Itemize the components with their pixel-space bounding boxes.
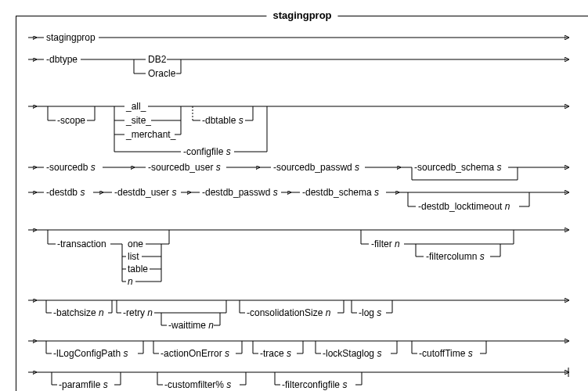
row-transaction-filter: -transaction one list table n -filter n … bbox=[28, 230, 568, 287]
flag-filtercolumn: -filtercolumn s bbox=[426, 251, 485, 262]
flag-destdb: -destdb s bbox=[46, 187, 85, 198]
flag-batchsize: -batchsize n bbox=[53, 307, 104, 318]
flag-destdb-user: -destdb_user s bbox=[114, 187, 176, 198]
railroad-svg: text { font-family: Arial, sans-serif; f… bbox=[24, 28, 572, 391]
opt-merchant: _merchant_ bbox=[125, 129, 176, 140]
flag-dbtype: -dbtype bbox=[46, 54, 78, 65]
flag-sourcedb-passwd: -sourcedb_passwd s bbox=[273, 162, 359, 173]
flag-llogconfigpath: -lLogConfigPath s bbox=[53, 348, 128, 359]
row-destdb: -destdb s -destdb_user s -destdb_passwd … bbox=[28, 187, 568, 212]
flag-filter: -filter n bbox=[371, 239, 400, 249]
row-dbtype: -dbtype DB2 Oracle bbox=[28, 54, 568, 79]
flag-destdb-passwd: -destdb_passwd s bbox=[202, 187, 278, 198]
row-scope: -scope _all_ _site_ _merchant_ -dbtable … bbox=[28, 101, 568, 157]
flag-scope: -scope bbox=[57, 115, 85, 126]
flag-customfilter: -customfilter% s bbox=[164, 379, 231, 390]
cmd-token: stagingprop bbox=[46, 32, 96, 43]
opt-all: _all_ bbox=[125, 101, 146, 112]
flag-paramfile: -paramfile s bbox=[59, 379, 108, 390]
row-batch: -batchsize n -retry n -waittime n -conso… bbox=[28, 300, 568, 331]
opt-site: _site_ bbox=[125, 115, 151, 126]
flag-sourcedb-user: -sourcedb_user s bbox=[148, 162, 221, 173]
row-paramfile: -paramfile s -customfilter% s -filtercon… bbox=[28, 368, 568, 390]
opt-db2: DB2 bbox=[148, 54, 167, 65]
opt-table: table bbox=[128, 264, 148, 274]
flag-cutofftime: -cutoffTime s bbox=[419, 348, 473, 359]
flag-destdb-locktimeout: -destdb_locktimeout n bbox=[418, 201, 510, 212]
flag-sourcedb-schema: -sourcedb_schema s bbox=[414, 162, 501, 173]
opt-list: list bbox=[128, 251, 139, 262]
flag-dbtable: -dbtable s bbox=[202, 115, 243, 126]
opt-oracle: Oracle bbox=[148, 68, 176, 79]
flag-trace: -trace s bbox=[260, 348, 291, 359]
flag-actiononerror: -actionOnError s bbox=[161, 348, 229, 359]
flag-transaction: -transaction bbox=[57, 239, 106, 249]
opt-n: n bbox=[128, 276, 133, 287]
flag-waittime: -waittime n bbox=[168, 320, 214, 331]
flag-lockstaglog: -lockStaglog s bbox=[323, 348, 381, 359]
opt-one: one bbox=[128, 239, 143, 249]
flag-log: -log s bbox=[359, 307, 381, 318]
diagram-title: stagingprop bbox=[266, 9, 337, 21]
flag-consolidation: -consolidationSize n bbox=[247, 307, 331, 318]
flag-retry: -retry n bbox=[123, 307, 153, 318]
flag-destdb-schema: -destdb_schema s bbox=[302, 187, 379, 198]
row-command: stagingprop bbox=[28, 32, 568, 43]
flag-sourcedb: -sourcedb s bbox=[46, 162, 96, 173]
flag-filterconfigfile: -filterconfigfile s bbox=[282, 379, 347, 390]
row-sourcedb: -sourcedb s -sourcedb_user s -sourcedb_p… bbox=[28, 162, 568, 180]
flag-configfile: -configfile s bbox=[183, 146, 231, 157]
row-logconfig: -lLogConfigPath s -actionOnError s -trac… bbox=[28, 341, 568, 359]
syntax-diagram: stagingprop text { font-family: Arial, s… bbox=[16, 16, 588, 391]
